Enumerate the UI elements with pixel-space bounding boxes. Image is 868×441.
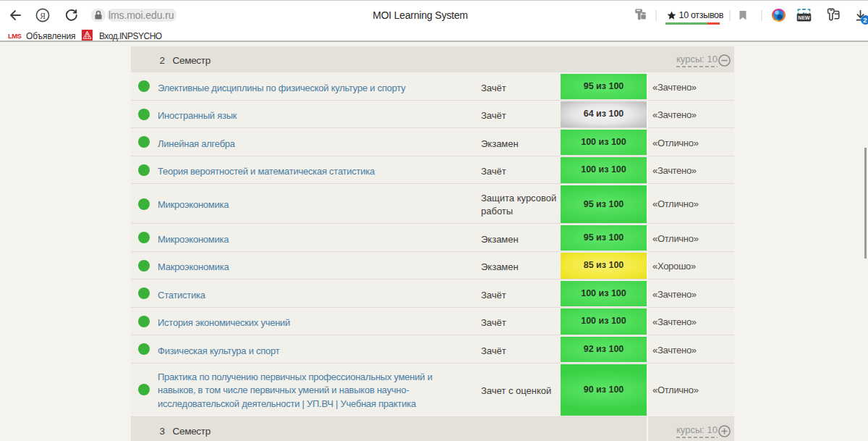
svg-text:NEW: NEW <box>798 15 810 20</box>
svg-text:Я: Я <box>40 12 46 20</box>
